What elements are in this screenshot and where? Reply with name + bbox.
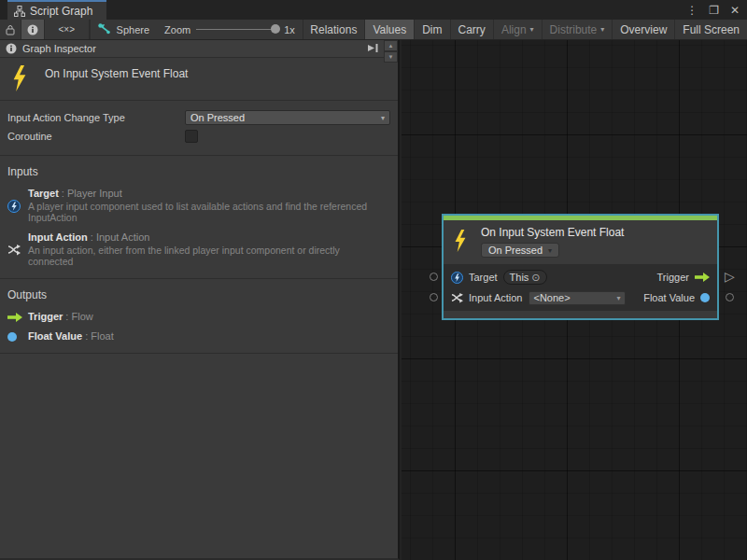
inputs-section: Inputs Target : Player Input A player in… xyxy=(0,156,398,279)
panel-empty-area xyxy=(0,354,398,560)
icon-column xyxy=(7,231,28,267)
port-name: Input Action xyxy=(28,231,88,243)
tab-label: Script Graph xyxy=(30,5,92,18)
distribute-label: Distribute xyxy=(550,23,598,36)
output-port-trigger: Trigger : Flow xyxy=(7,311,390,322)
script-graph-window: Script Graph ⋮ ❐ ✕ <×> xyxy=(0,0,747,560)
window-tab-bar: Script Graph ⋮ ❐ ✕ xyxy=(0,0,747,20)
object-picker-icon[interactable]: ⊙ xyxy=(531,272,540,284)
node-settings: Input Action Change Type On Pressed ▾ Co… xyxy=(0,101,398,156)
outputs-section-title: Outputs xyxy=(7,288,390,301)
toolbar-button-carry[interactable]: Carry xyxy=(451,20,494,39)
zoom-slider[interactable] xyxy=(196,29,278,30)
input-action-port-label: Input Action xyxy=(469,292,523,303)
graph-canvas[interactable]: ▷ On Input System Event Float On Pressed… xyxy=(402,40,747,560)
toolbar-button-distribute[interactable]: Distribute ▾ xyxy=(543,20,613,39)
zoom-value: 1x xyxy=(284,24,295,35)
graph-name-label: Sphere xyxy=(117,24,149,35)
coroutine-checkbox[interactable] xyxy=(185,130,198,143)
input-port-target: Target : Player Input A player input com… xyxy=(7,188,390,223)
scroll-down-button[interactable]: ▼ xyxy=(384,51,398,63)
float-value-dot-icon xyxy=(7,332,17,342)
port-type: : Float xyxy=(82,330,114,342)
node-header-text: On Input System Event Float On Pressed ▾ xyxy=(481,226,624,258)
chevron-down-icon: ▾ xyxy=(381,114,385,122)
input-action-input-port[interactable] xyxy=(430,293,438,301)
player-input-icon xyxy=(7,200,21,213)
on-input-system-event-float-node[interactable]: On Input System Event Float On Pressed ▾… xyxy=(442,214,719,320)
align-label: Align xyxy=(501,23,527,36)
input-action-icon xyxy=(7,244,21,256)
port-description: An input action, either from the linked … xyxy=(28,245,385,267)
port-type: : Player Input xyxy=(59,188,122,199)
scroll-up-button[interactable]: ▲ xyxy=(384,40,398,51)
field-input-action-change-type: Input Action Change Type On Pressed ▾ xyxy=(0,108,398,127)
lock-button[interactable] xyxy=(0,20,21,39)
event-bolt-icon xyxy=(11,65,28,91)
graph-toolbar: <×> Sphere Zoom 1x Relations Values Dim … xyxy=(0,20,747,40)
inspected-node-title-block: On Input System Event Float xyxy=(0,58,398,101)
panel-title: Graph Inspector xyxy=(22,43,96,54)
maximize-icon[interactable]: ❐ xyxy=(703,4,725,17)
input-action-value: <None> xyxy=(534,292,571,303)
target-this-chip[interactable]: This ⊙ xyxy=(503,270,547,285)
field-label: Coroutine xyxy=(7,131,185,142)
dock-panel-icon[interactable] xyxy=(367,42,379,54)
event-type-value: On Pressed xyxy=(488,245,543,256)
input-port-input-action: Input Action : Input Action An input act… xyxy=(7,231,390,267)
float-value-dot-icon[interactable] xyxy=(700,293,710,302)
input-action-dropdown[interactable]: <None> ▾ xyxy=(529,291,626,305)
icon-column xyxy=(7,311,28,322)
toolbar-button-fullscreen[interactable]: Full Screen xyxy=(675,20,747,39)
float-value-output-port[interactable] xyxy=(726,293,734,301)
info-icon xyxy=(27,24,38,35)
chevron-down-icon: ▾ xyxy=(616,294,620,302)
player-input-icon xyxy=(451,272,463,284)
zoom-control: Zoom 1x xyxy=(157,20,303,39)
port-text: Input Action : Input Action An input act… xyxy=(28,231,385,267)
port-name: Trigger xyxy=(28,311,63,322)
chevron-down-icon: ▾ xyxy=(530,25,534,34)
change-type-dropdown[interactable]: On Pressed ▾ xyxy=(185,110,390,125)
port-type: : Flow xyxy=(63,311,92,322)
event-type-dropdown[interactable]: On Pressed ▾ xyxy=(481,243,559,258)
node-row-inputaction-floatvalue: Input Action <None> ▾ Float Value xyxy=(444,287,717,308)
input-action-icon xyxy=(451,292,463,303)
port-text: Trigger : Flow xyxy=(28,311,93,322)
graph-inspector-panel: Graph Inspector ▲ ▼ On Input System Even… xyxy=(0,40,400,560)
window-controls: ⋮ ❐ ✕ xyxy=(681,0,745,20)
close-icon[interactable]: ✕ xyxy=(725,4,745,17)
flow-arrow-icon[interactable] xyxy=(695,273,710,282)
port-name: Float Value xyxy=(28,330,82,342)
tab-script-graph[interactable]: Script Graph xyxy=(7,0,106,20)
node-footer xyxy=(444,311,717,318)
flow-arrow-icon xyxy=(7,313,22,322)
toolbar-button-relations[interactable]: Relations xyxy=(303,20,365,39)
trigger-port-label: Trigger xyxy=(657,272,689,283)
inspector-toggle-button[interactable] xyxy=(21,20,45,39)
node-row-target-trigger: Target This ⊙ Trigger xyxy=(444,267,717,287)
float-value-port-label: Float Value xyxy=(643,292,695,303)
field-label: Input Action Change Type xyxy=(7,112,185,123)
toolbar-button-values[interactable]: Values xyxy=(365,20,415,39)
window-menu-icon[interactable]: ⋮ xyxy=(681,4,703,17)
chevron-down-icon: ▾ xyxy=(600,25,604,34)
node-title: On Input System Event Float xyxy=(481,226,624,239)
graph-reference-button[interactable]: Sphere xyxy=(91,20,157,39)
graph-asset-icon xyxy=(98,23,111,35)
toolbar-button-dim[interactable]: Dim xyxy=(415,20,450,39)
port-type: : Input Action xyxy=(88,231,150,243)
port-description: A player input component used to list av… xyxy=(28,201,385,223)
zoom-slider-knob[interactable] xyxy=(271,24,280,34)
target-input-port[interactable] xyxy=(430,273,438,281)
code-preview-button[interactable]: <×> xyxy=(45,20,90,39)
target-port-label: Target xyxy=(469,272,498,283)
toolbar-button-align[interactable]: Align ▾ xyxy=(494,20,543,39)
field-coroutine: Coroutine xyxy=(0,127,398,146)
trigger-output-port[interactable]: ▷ xyxy=(725,270,735,283)
node-header[interactable]: On Input System Event Float On Pressed ▾ xyxy=(444,220,717,264)
inspected-node-title: On Input System Event Float xyxy=(45,65,188,80)
toolbar-button-overview[interactable]: Overview xyxy=(613,20,675,39)
chevron-down-icon: ▾ xyxy=(548,246,552,255)
outputs-section: Outputs Trigger : Flow Float Value xyxy=(0,279,398,354)
